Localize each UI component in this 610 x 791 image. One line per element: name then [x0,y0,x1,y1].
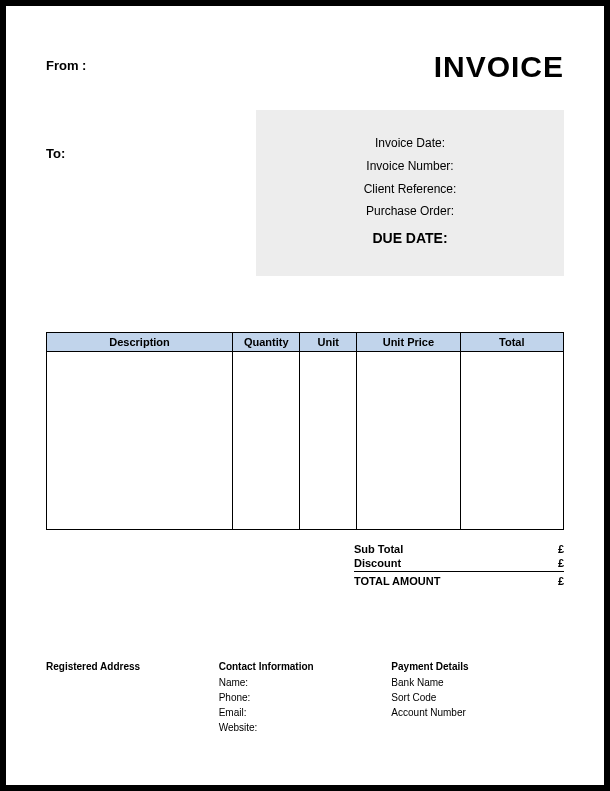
contact-email: Email: [219,705,392,720]
discount-label: Discount [354,557,401,569]
cell-description [47,351,233,529]
payment-bank: Bank Name [391,675,564,690]
col-header-total: Total [460,332,563,351]
payment-heading: Payment Details [391,661,564,672]
sub-total-row: Sub Total £ [354,542,564,556]
payment-account: Account Number [391,705,564,720]
invoice-title: INVOICE [434,50,564,84]
col-header-unit: Unit [300,332,357,351]
total-amount-row: TOTAL AMOUNT £ [354,574,564,588]
contact-heading: Contact Information [219,661,392,672]
contact-phone: Phone: [219,690,392,705]
meta-row: To: Invoice Date: Invoice Number: Client… [46,110,564,276]
line-items-table: Description Quantity Unit Unit Price Tot… [46,332,564,530]
invoice-number-label: Invoice Number: [276,155,544,178]
invoice-meta-box: Invoice Date: Invoice Number: Client Ref… [256,110,564,276]
registered-address-heading: Registered Address [46,661,219,672]
cell-unit [300,351,357,529]
contact-info-col: Contact Information Name: Phone: Email: … [219,661,392,735]
purchase-order-label: Purchase Order: [276,200,544,223]
table-header-row: Description Quantity Unit Unit Price Tot… [47,332,564,351]
totals-block: Sub Total £ Discount £ TOTAL AMOUNT £ [354,542,564,588]
cell-quantity [233,351,300,529]
client-reference-label: Client Reference: [276,178,544,201]
to-label: To: [46,146,256,276]
from-label: From : [46,58,86,73]
registered-address-col: Registered Address [46,661,219,735]
contact-name: Name: [219,675,392,690]
cell-unit-price [357,351,460,529]
footer: Registered Address Contact Information N… [46,661,564,735]
invoice-page: From : INVOICE To: Invoice Date: Invoice… [0,0,610,791]
sub-total-value: £ [558,543,564,555]
cell-total [460,351,563,529]
due-date-label: DUE DATE: [276,225,544,252]
invoice-date-label: Invoice Date: [276,132,544,155]
total-amount-value: £ [558,575,564,587]
col-header-quantity: Quantity [233,332,300,351]
payment-details-col: Payment Details Bank Name Sort Code Acco… [391,661,564,735]
col-header-description: Description [47,332,233,351]
contact-website: Website: [219,720,392,735]
payment-sort: Sort Code [391,690,564,705]
sub-total-label: Sub Total [354,543,403,555]
discount-row: Discount £ [354,556,564,572]
discount-value: £ [558,557,564,569]
table-row [47,351,564,529]
total-amount-label: TOTAL AMOUNT [354,575,440,587]
header-row: From : INVOICE [46,50,564,84]
col-header-unit-price: Unit Price [357,332,460,351]
